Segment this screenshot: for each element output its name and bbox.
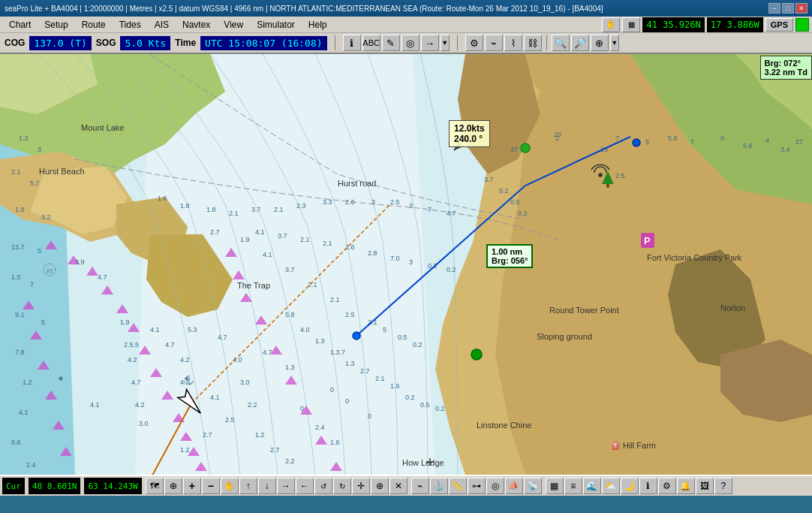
svg-text:5: 5 [383,326,386,333]
north-up-button[interactable]: ↑ [239,478,257,494]
zoom-in-button[interactable]: + [183,478,201,494]
settings-tool-button[interactable]: ⚙ [658,478,676,494]
sog-value: 5.0 Kts [120,36,170,50]
zoom-tool-button[interactable]: ⊕ [591,35,609,51]
night-button[interactable]: 🌙 [621,478,639,494]
svg-text:4.1: 4.1 [90,401,100,409]
minimize-button[interactable]: − [768,3,780,14]
bottom-toolbar: Cur 48 8.601N 63 14.243W 🗺 ⊕ + − ✋ ↑ ↓ →… [0,475,812,496]
menu-help[interactable]: Help [302,17,333,32]
svg-point-165 [633,139,640,146]
menubar-right-tools: ✋ ▦ 41 35.926N 17 3.886W GPS [602,17,809,32]
circle-button[interactable]: ◎ [401,35,420,51]
weather-button[interactable]: ⛅ [602,478,620,494]
svg-text:3: 3 [371,198,375,206]
svg-text:2.7: 2.7 [270,446,280,454]
cross-button[interactable]: ✛ [352,478,370,494]
menu-navtex[interactable]: Navtex [176,17,216,32]
cancel-button[interactable]: ✕ [389,478,408,494]
svg-text:2.1: 2.1 [330,296,340,303]
zoom-chart-button[interactable]: ⊕ [164,478,182,494]
layer-button[interactable]: ≡ [564,478,582,494]
svg-text:0: 0 [720,134,724,142]
svg-text:4.1: 4.1 [19,409,29,416]
bearing-val-1: Brg: 056° [492,256,528,265]
mark-button[interactable]: ⊕ [371,478,389,494]
edit-button[interactable]: ✎ [382,35,400,51]
rotate-right-button[interactable]: ↻ [333,478,351,494]
south-down-button[interactable]: ↓ [258,478,276,494]
toolbar-separator-3 [546,35,547,50]
svg-text:1.8: 1.8 [15,206,25,213]
svg-text:5: 5 [41,318,45,326]
menu-view[interactable]: View [218,17,249,32]
gps-button[interactable]: GPS [765,18,793,32]
tide-button[interactable]: 🌊 [583,478,601,494]
svg-text:0.2: 0.2 [405,394,415,401]
chart-tool-button[interactable]: ▦ [622,17,640,32]
info-tool-button[interactable]: ℹ [639,478,657,494]
image-button[interactable]: 🖼 [696,478,714,494]
svg-text:7: 7 [30,281,34,288]
svg-text:2.1: 2.1 [11,168,21,176]
rotate-left-button[interactable]: ↺ [314,478,332,494]
svg-text:1.2: 1.2 [255,431,265,439]
close-button[interactable]: ✕ [795,3,807,14]
toolbar-nav-tools: ⚙ ⌁ ⌇ ⛓ 🔍 🔎 ⊕ ▼ [465,35,619,51]
vessel-button[interactable]: ⛵ [505,478,523,494]
text-button[interactable]: ABC [362,35,380,51]
svg-text:2.1: 2.1 [375,375,385,382]
svg-text:7: 7 [615,134,619,142]
svg-text:1.2: 1.2 [23,379,32,386]
cursor-lat: 48 8.601N [29,478,81,494]
menu-setup[interactable]: Setup [38,17,74,32]
svg-text:2.5: 2.5 [345,311,355,318]
link-button[interactable]: ⛓ [524,35,542,51]
svg-text:7.8: 7.8 [15,349,25,356]
lon-display: 17 3.886W [707,17,763,32]
tools-dropdown[interactable]: ▼ [441,35,450,51]
arrow-button[interactable]: → [421,35,439,51]
route-button[interactable]: ⌁ [485,35,503,51]
anchor-button[interactable]: ⌇ [504,35,522,51]
speed-direction: 240.0 ° [454,134,485,144]
chart-area[interactable]: 1.3 3 2.1 5.7 1.8 3.2 13.7 5 1.5 7 9.1 5… [0,54,812,475]
menu-chart[interactable]: Chart [3,17,37,32]
help-button[interactable]: ? [714,478,732,494]
menu-simulator[interactable]: Simulator [251,17,301,32]
settings-button[interactable]: ⚙ [465,35,483,51]
hand-pan-button[interactable]: ✋ [221,478,239,494]
zoom-dropdown[interactable]: ▼ [610,35,619,51]
chart-sel-button[interactable]: ▦ [546,478,564,494]
goto-button[interactable]: ◎ [486,478,504,494]
east-right-button[interactable]: → [277,478,295,494]
alarm-button[interactable]: 🔔 [677,478,695,494]
svg-point-163 [353,332,360,339]
ais-button[interactable]: 📡 [524,478,542,494]
zoom-out-button[interactable]: − [202,478,220,494]
lat-display: 41 35.926N [642,17,704,32]
zoom-minus-button[interactable]: 🔎 [571,35,589,51]
anchor-tool-button[interactable]: ⚓ [430,478,448,494]
maximize-button[interactable]: □ [782,3,794,14]
svg-text:2.7: 2.7 [360,367,370,375]
menu-tides[interactable]: Tides [113,17,147,32]
track-button[interactable]: ⊶ [468,478,486,494]
zoom-plus-button[interactable]: 🔍 [552,35,570,51]
west-left-button[interactable]: ← [296,478,314,494]
svg-text:P: P [644,235,651,246]
hand-tool-button[interactable]: ✋ [602,17,620,32]
route-tool-button[interactable]: ⌁ [411,478,429,494]
svg-text:0.2: 0.2 [447,266,456,273]
chart-svg: 1.3 3 2.1 5.7 1.8 3.2 13.7 5 1.5 7 9.1 5… [0,54,812,475]
svg-text:4.7: 4.7 [98,273,107,281]
menu-ais[interactable]: AIS [149,17,175,32]
svg-text:4.1: 4.1 [150,326,160,333]
chart-overview-button[interactable]: 🗺 [146,478,164,494]
menu-route[interactable]: Route [76,17,112,32]
info-button[interactable]: ℹ [343,35,361,51]
svg-text:4.7: 4.7 [263,349,272,356]
svg-text:3.4: 3.4 [780,146,790,153]
svg-text:4.2: 4.2 [135,401,145,409]
measure-button[interactable]: 📏 [449,478,467,494]
